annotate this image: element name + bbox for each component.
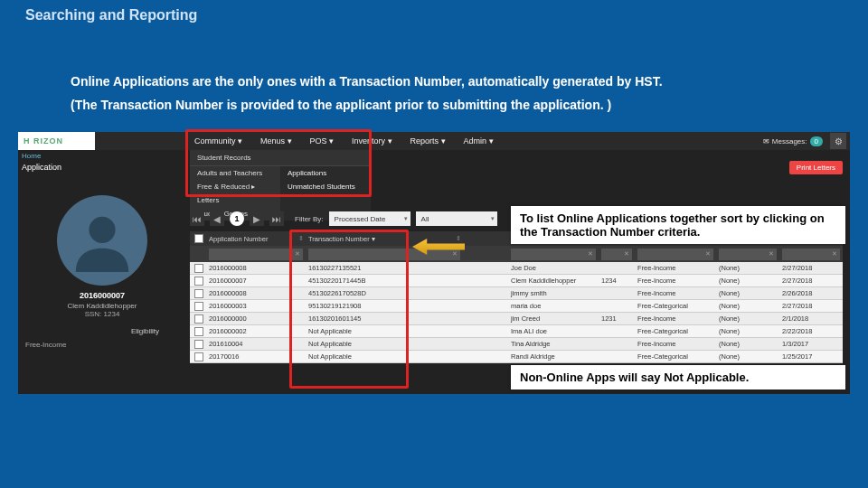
- filter-name[interactable]: [511, 249, 596, 260]
- page-prev-icon[interactable]: ◀: [210, 211, 224, 226]
- row-checkbox[interactable]: [194, 327, 203, 336]
- table-row[interactable]: 201600000745130220171445BClem Kaddidleho…: [190, 275, 843, 287]
- messages-badge: 0: [810, 136, 823, 146]
- cell-name: Tina Aldridge: [508, 340, 599, 348]
- screenshot-panel: H RIZON Community ▾ Menus ▾ POS ▾ Invent…: [18, 132, 850, 394]
- cell-elig: Free-Income: [635, 340, 716, 348]
- cell-name: Randi Aldridge: [508, 352, 599, 361]
- cell-elig: Free-Income: [635, 289, 716, 297]
- cell-elig: Free-Income: [635, 314, 716, 323]
- cell-processed: 2/22/2018: [779, 327, 843, 335]
- filter-ssn[interactable]: [601, 249, 632, 260]
- cell-processed: 2/27/2018: [779, 264, 843, 272]
- filter-select-1[interactable]: Processed Date: [329, 211, 410, 226]
- cell-name: jimmy smith: [508, 289, 599, 297]
- cell-processed: 1/3/2017: [779, 340, 843, 348]
- table-row[interactable]: 2016000002Not ApplicableIma ALI doeFree-…: [190, 325, 843, 338]
- applications-table: Application Number Transaction Number ▾ …: [190, 231, 843, 363]
- cell-approval: (None): [716, 264, 779, 272]
- cell-elig: Free-Categorical: [635, 352, 716, 361]
- filter-approval[interactable]: [719, 249, 777, 260]
- annotation-red-box-1: [185, 129, 372, 197]
- profile-panel: 2016000007 Clem Kaddidlehopper SSN: 1234…: [25, 186, 179, 349]
- cell-approval: (None): [716, 327, 779, 335]
- nav-reports[interactable]: Reports ▾: [401, 136, 455, 145]
- page-title: Searching and Reporting: [25, 7, 197, 23]
- table-row[interactable]: 20170016Not ApplicableRandi AldridgeFree…: [190, 351, 843, 363]
- cell-elig: Free-Categorical: [635, 327, 716, 335]
- filter-processed[interactable]: [782, 249, 840, 260]
- gear-icon[interactable]: ⚙: [830, 133, 846, 149]
- top-nav: H RIZON Community ▾ Menus ▾ POS ▾ Invent…: [18, 132, 850, 150]
- row-checkbox[interactable]: [194, 314, 203, 324]
- cell-processed: 2/27/2018: [779, 302, 843, 310]
- table-row[interactable]: 201600000816130227135521Joe DoeFree-Inco…: [190, 262, 843, 275]
- table-row[interactable]: 201600000395130219121908maria doeFree-Ca…: [190, 300, 843, 313]
- page-next-icon[interactable]: ▶: [250, 211, 264, 226]
- table-row[interactable]: 201600000845130226170528Djimmy smithFree…: [190, 287, 843, 300]
- cell-name: Ima ALI doe: [508, 327, 599, 335]
- cell-processed: 2/26/2018: [779, 289, 843, 297]
- row-checkbox[interactable]: [194, 340, 203, 349]
- row-checkbox[interactable]: [194, 352, 203, 361]
- cell-approval: (None): [716, 302, 779, 310]
- svg-point-0: [89, 217, 115, 243]
- body-line-2: (The Transaction Number is provided to t…: [71, 98, 611, 112]
- eligibility-heading: Eligibility: [25, 327, 179, 335]
- avatar: [57, 195, 147, 286]
- profile-name: Clem Kaddidlehopper: [25, 302, 179, 310]
- row-checkbox[interactable]: [194, 264, 203, 273]
- cell-elig: Free-Income: [635, 264, 716, 272]
- cell-approval: (None): [716, 340, 779, 348]
- filter-bar: ⏮ ◀ 1 ▶ ⏭ Filter By: Processed Date All: [190, 210, 497, 228]
- breadcrumb-home[interactable]: Home: [22, 152, 41, 160]
- cell-elig: Free-Categorical: [635, 302, 716, 310]
- cell-name: maria doe: [508, 302, 599, 310]
- row-checkbox[interactable]: [194, 277, 203, 286]
- table-row[interactable]: 201600000016130201601145jim Creed1231Fre…: [190, 313, 843, 325]
- page-first-icon[interactable]: ⏮: [190, 211, 204, 226]
- profile-ssn: SSN: 1234: [25, 310, 179, 318]
- profile-id: 2016000007: [25, 291, 179, 300]
- row-checkbox[interactable]: [194, 302, 203, 311]
- body-line-1: Online Applications are the only ones wi…: [71, 74, 663, 89]
- page-last-icon[interactable]: ⏭: [269, 211, 284, 226]
- annotation-red-box-2: [289, 230, 409, 389]
- messages-link[interactable]: ✉ Messages: 0: [763, 136, 830, 146]
- cell-processed: 2/27/2018: [779, 277, 843, 285]
- callout-sort-tip: To list Online Applications together sor…: [511, 206, 845, 244]
- page-number[interactable]: 1: [230, 211, 244, 226]
- table-row[interactable]: 201610004Not ApplicableTina AldridgeFree…: [190, 338, 843, 351]
- filter-elig[interactable]: [637, 249, 713, 260]
- filter-by-label: Filter By:: [295, 215, 324, 223]
- cell-approval: (None): [716, 277, 779, 285]
- row-checkbox[interactable]: [194, 289, 203, 298]
- cell-name: jim Creed: [508, 314, 599, 323]
- select-all-checkbox[interactable]: [194, 234, 203, 243]
- cell-approval: (None): [716, 314, 779, 323]
- cell-ssn: 1231: [599, 314, 635, 323]
- cell-processed: 1/25/2017: [779, 352, 843, 361]
- filter-select-2[interactable]: All: [416, 211, 497, 226]
- callout-not-applicable: Non-Online Apps will say Not Applicable.: [511, 365, 845, 389]
- breadcrumb-application: Application: [22, 163, 61, 172]
- table-filter-row: [190, 246, 843, 262]
- cell-approval: (None): [716, 352, 779, 361]
- cell-approval: (None): [716, 289, 779, 297]
- logo: H RIZON: [18, 132, 95, 150]
- print-letters-button[interactable]: Print Letters: [789, 161, 843, 174]
- envelope-icon: ✉: [763, 137, 769, 145]
- eligibility-value: Free-Income: [25, 341, 179, 349]
- cell-ssn: 1234: [599, 277, 635, 285]
- cell-processed: 2/1/2018: [779, 314, 843, 323]
- cell-name: Clem Kaddidlehopper: [508, 277, 599, 285]
- nav-admin[interactable]: Admin ▾: [455, 136, 503, 145]
- cell-elig: Free-Income: [635, 277, 716, 285]
- cell-name: Joe Doe: [508, 264, 599, 272]
